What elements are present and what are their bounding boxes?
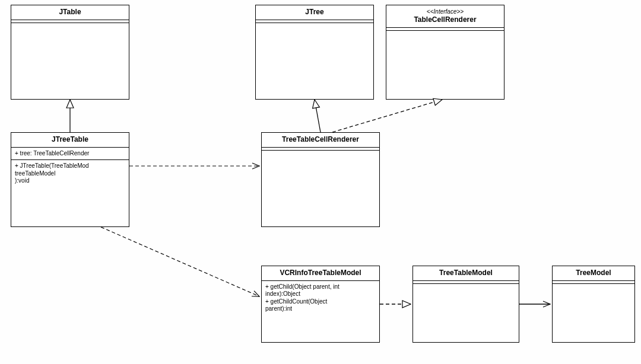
real-ttcr-tablecellrenderer [332,100,442,132]
class-body [386,31,504,99]
class-title: TreeTableCellRenderer [262,133,379,148]
class-title: JTreeTable [11,133,129,148]
class-operations: + getChild(Object parent, int index):Obj… [262,281,379,342]
class-tablecellrenderer: <<Interface>> TableCellRenderer [386,5,504,100]
class-treetablecellrenderer: TreeTableCellRenderer [261,132,380,227]
stereotype: <<Interface>> [390,8,500,15]
class-title: JTree [256,5,373,20]
class-title: TreeModel [553,266,634,281]
class-name: TableCellRenderer [414,15,476,24]
class-body [11,23,129,99]
dep-jtreetable-vcr [101,227,259,296]
class-title: VCRInfoTreeTableModel [262,266,379,281]
class-vcrinfo: VCRInfoTreeTableModel + getChild(Object … [261,266,380,343]
class-jtreetable: JTreeTable + tree: TreeTableCellRender +… [11,132,129,227]
class-jtree: JTree [255,5,374,100]
class-attributes: + tree: TreeTableCellRender [11,148,129,161]
class-title: <<Interface>> TableCellRenderer [386,5,504,28]
class-treetablemodel: TreeTableModel [412,266,519,343]
class-jtable: JTable [11,5,129,100]
class-treemodel: TreeModel [552,266,635,343]
class-body [553,284,634,342]
class-title: TreeTableModel [413,266,519,281]
class-title: JTable [11,5,129,20]
class-body [256,23,373,99]
class-body [262,151,379,226]
gen-ttcr-jtree [315,100,320,132]
class-body [413,284,519,342]
class-operations: + JTreeTable(TreeTableMod treeTableModel… [11,160,129,226]
